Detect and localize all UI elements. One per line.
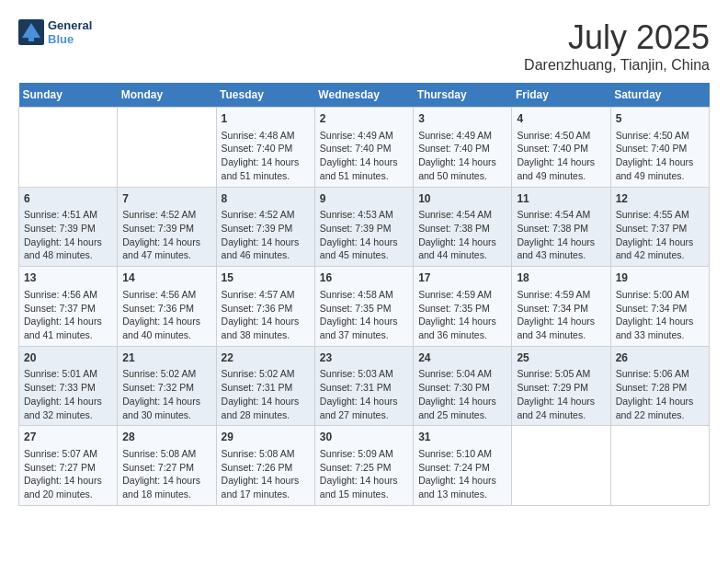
sunrise-text: Sunrise: 5:04 AM: [418, 367, 506, 381]
weekday-header-tuesday: Tuesday: [216, 83, 314, 108]
day-number: 10: [418, 191, 506, 207]
sunrise-text: Sunrise: 4:52 AM: [222, 208, 310, 222]
day-number: 29: [222, 430, 310, 445]
sunset-text: Sunset: 7:38 PM: [418, 222, 506, 236]
day-number: 11: [517, 191, 605, 207]
sunset-text: Sunset: 7:40 PM: [418, 142, 506, 155]
sunrise-text: Sunrise: 4:59 AM: [418, 288, 506, 302]
day-number: 19: [616, 270, 704, 286]
day-number: 20: [24, 350, 112, 366]
day-number: 28: [122, 430, 210, 445]
day-number: 5: [616, 111, 704, 127]
day-number: 18: [517, 270, 605, 286]
logo-line2: Blue: [48, 32, 92, 46]
day-number: 31: [418, 430, 506, 445]
calendar-cell: 7Sunrise: 4:52 AMSunset: 7:39 PMDaylight…: [118, 187, 216, 267]
sunset-text: Sunset: 7:35 PM: [320, 302, 408, 316]
sunrise-text: Sunrise: 4:56 AM: [24, 288, 112, 302]
weekday-header-saturday: Saturday: [610, 83, 709, 108]
calendar-cell: 21Sunrise: 5:02 AMSunset: 7:32 PMDayligh…: [118, 346, 216, 426]
calendar-cell: 24Sunrise: 5:04 AMSunset: 7:30 PMDayligh…: [414, 346, 512, 426]
sunrise-text: Sunrise: 4:54 AM: [517, 208, 605, 222]
day-number: 16: [320, 270, 408, 286]
calendar-cell: 6Sunrise: 4:51 AMSunset: 7:39 PMDaylight…: [19, 187, 118, 267]
calendar-cell: 10Sunrise: 4:54 AMSunset: 7:38 PMDayligh…: [414, 187, 512, 267]
calendar-cell: 31Sunrise: 5:10 AMSunset: 7:24 PMDayligh…: [414, 426, 512, 506]
day-number: 25: [517, 350, 605, 366]
sunrise-text: Sunrise: 4:49 AM: [418, 129, 506, 143]
sunrise-text: Sunrise: 5:02 AM: [122, 367, 210, 381]
day-number: 2: [320, 111, 408, 127]
sunrise-text: Sunrise: 4:53 AM: [320, 208, 408, 222]
sunset-text: Sunset: 7:29 PM: [517, 381, 605, 395]
day-number: 24: [418, 350, 506, 366]
sunset-text: Sunset: 7:31 PM: [222, 381, 310, 395]
sunset-text: Sunset: 7:36 PM: [122, 302, 210, 316]
sunset-text: Sunset: 7:30 PM: [418, 381, 506, 395]
day-number: 14: [122, 270, 210, 286]
sunrise-text: Sunrise: 4:50 AM: [517, 129, 605, 143]
sunrise-text: Sunrise: 4:59 AM: [517, 288, 605, 302]
sunset-text: Sunset: 7:40 PM: [616, 142, 704, 155]
sunrise-text: Sunrise: 4:48 AM: [222, 129, 310, 143]
sunrise-text: Sunrise: 4:52 AM: [122, 208, 210, 222]
day-number: 1: [222, 111, 310, 127]
daylight-text: Daylight: 14 hours and 18 minutes.: [122, 474, 210, 500]
daylight-text: Daylight: 14 hours and 46 minutes.: [222, 236, 310, 262]
weekday-header-thursday: Thursday: [414, 83, 512, 108]
calendar-cell: 3Sunrise: 4:49 AMSunset: 7:40 PMDaylight…: [414, 108, 512, 188]
daylight-text: Daylight: 14 hours and 28 minutes.: [222, 395, 310, 421]
daylight-text: Daylight: 14 hours and 49 minutes.: [616, 155, 704, 182]
sunset-text: Sunset: 7:24 PM: [418, 461, 506, 475]
calendar-cell: 11Sunrise: 4:54 AMSunset: 7:38 PMDayligh…: [512, 187, 610, 267]
logo: General Blue: [18, 18, 92, 46]
daylight-text: Daylight: 14 hours and 42 minutes.: [616, 236, 704, 262]
sunrise-text: Sunrise: 5:09 AM: [320, 447, 408, 461]
sunrise-text: Sunrise: 5:08 AM: [222, 447, 310, 461]
daylight-text: Daylight: 14 hours and 15 minutes.: [320, 474, 408, 500]
calendar-cell: 15Sunrise: 4:57 AMSunset: 7:36 PMDayligh…: [216, 267, 314, 347]
calendar-cell: 26Sunrise: 5:06 AMSunset: 7:28 PMDayligh…: [610, 346, 709, 426]
calendar-table: SundayMondayTuesdayWednesdayThursdayFrid…: [18, 83, 710, 506]
sunset-text: Sunset: 7:37 PM: [24, 302, 112, 316]
calendar-cell: 20Sunrise: 5:01 AMSunset: 7:33 PMDayligh…: [19, 346, 118, 426]
sunset-text: Sunset: 7:25 PM: [320, 461, 408, 475]
daylight-text: Daylight: 14 hours and 51 minutes.: [320, 155, 408, 182]
page-header: General Blue July 2025 Darenzhuang, Tian…: [18, 18, 710, 74]
calendar-cell: 9Sunrise: 4:53 AMSunset: 7:39 PMDaylight…: [314, 187, 413, 267]
sunrise-text: Sunrise: 4:57 AM: [222, 288, 310, 302]
calendar-cell: [512, 426, 610, 506]
calendar-week-row: 20Sunrise: 5:01 AMSunset: 7:33 PMDayligh…: [19, 346, 710, 426]
sunrise-text: Sunrise: 5:10 AM: [418, 447, 506, 461]
daylight-text: Daylight: 14 hours and 37 minutes.: [320, 315, 408, 341]
weekday-header-row: SundayMondayTuesdayWednesdayThursdayFrid…: [19, 83, 710, 108]
day-number: 4: [517, 111, 605, 127]
sunset-text: Sunset: 7:27 PM: [24, 461, 112, 475]
daylight-text: Daylight: 14 hours and 33 minutes.: [616, 315, 704, 341]
calendar-cell: 19Sunrise: 5:00 AMSunset: 7:34 PMDayligh…: [610, 267, 709, 347]
sunrise-text: Sunrise: 4:56 AM: [122, 288, 210, 302]
daylight-text: Daylight: 14 hours and 24 minutes.: [517, 395, 605, 421]
daylight-text: Daylight: 14 hours and 32 minutes.: [24, 395, 112, 421]
sunrise-text: Sunrise: 5:07 AM: [24, 447, 112, 461]
sunset-text: Sunset: 7:34 PM: [616, 302, 704, 316]
sunset-text: Sunset: 7:35 PM: [418, 302, 506, 316]
daylight-text: Daylight: 14 hours and 36 minutes.: [418, 315, 506, 341]
sunset-text: Sunset: 7:39 PM: [320, 222, 408, 236]
sunset-text: Sunset: 7:28 PM: [616, 381, 704, 395]
calendar-cell: 22Sunrise: 5:02 AMSunset: 7:31 PMDayligh…: [216, 346, 314, 426]
sunset-text: Sunset: 7:27 PM: [122, 461, 210, 475]
day-number: 8: [222, 191, 310, 207]
daylight-text: Daylight: 14 hours and 17 minutes.: [222, 474, 310, 500]
sunrise-text: Sunrise: 5:08 AM: [122, 447, 210, 461]
sunset-text: Sunset: 7:40 PM: [222, 142, 310, 155]
daylight-text: Daylight: 14 hours and 30 minutes.: [122, 395, 210, 421]
day-number: 15: [222, 270, 310, 286]
daylight-text: Daylight: 14 hours and 20 minutes.: [24, 474, 112, 500]
day-number: 23: [320, 350, 408, 366]
calendar-cell: 12Sunrise: 4:55 AMSunset: 7:37 PMDayligh…: [610, 187, 709, 267]
sunrise-text: Sunrise: 5:06 AM: [616, 367, 704, 381]
sunset-text: Sunset: 7:34 PM: [517, 302, 605, 316]
calendar-cell: [610, 426, 709, 506]
daylight-text: Daylight: 14 hours and 34 minutes.: [517, 315, 605, 341]
